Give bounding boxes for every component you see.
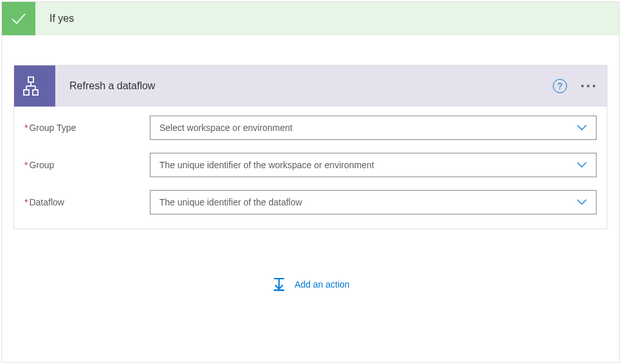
svg-rect-2 (33, 90, 38, 95)
form-row-group: * Group The unique identifier of the wor… (24, 153, 597, 177)
svg-rect-0 (28, 77, 33, 82)
form-body: * Group Type Select workspace or environ… (14, 107, 607, 229)
chevron-down-icon (577, 160, 587, 170)
action-card: Refresh a dataflow ? * Group Type (14, 65, 608, 229)
form-row-dataflow: * Dataflow The unique identifier of the … (24, 190, 597, 214)
condition-header[interactable]: If yes (2, 2, 619, 35)
add-action-label: Add an action (294, 279, 350, 290)
group-type-select[interactable]: Select workspace or environment (150, 116, 597, 140)
required-star: * (24, 160, 28, 170)
action-header[interactable]: Refresh a dataflow ? (14, 65, 607, 107)
dataflow-placeholder: The unique identifier of the dataflow (159, 197, 302, 207)
action-header-icons: ? (553, 79, 595, 93)
required-star: * (24, 123, 28, 133)
chevron-down-icon (577, 197, 587, 207)
group-label: * Group (24, 160, 150, 170)
add-action-button[interactable]: Add an action (271, 277, 350, 292)
dataflow-label: * Dataflow (24, 197, 150, 207)
svg-rect-1 (24, 90, 29, 95)
more-icon[interactable] (581, 85, 595, 87)
content-area: Refresh a dataflow ? * Group Type (2, 35, 619, 304)
form-row-group-type: * Group Type Select workspace or environ… (24, 116, 597, 140)
chevron-down-icon (577, 123, 587, 133)
condition-branch-container: If yes Refresh a dataflow (1, 1, 620, 363)
dataflow-icon (14, 65, 55, 107)
help-icon[interactable]: ? (553, 79, 567, 93)
dataflow-label-text: Dataflow (29, 197, 64, 207)
required-star: * (24, 197, 28, 207)
group-select[interactable]: The unique identifier of the workspace o… (150, 153, 597, 177)
group-placeholder: The unique identifier of the workspace o… (159, 160, 374, 170)
group-type-placeholder: Select workspace or environment (159, 123, 292, 133)
group-type-label: * Group Type (24, 123, 150, 133)
condition-title: If yes (35, 13, 74, 24)
group-type-label-text: Group Type (29, 123, 76, 133)
add-action-row: Add an action (14, 277, 608, 292)
dataflow-select[interactable]: The unique identifier of the dataflow (150, 190, 597, 214)
group-label-text: Group (29, 160, 54, 170)
checkmark-icon (2, 2, 35, 35)
action-title: Refresh a dataflow (55, 80, 553, 92)
add-action-icon (271, 277, 287, 292)
